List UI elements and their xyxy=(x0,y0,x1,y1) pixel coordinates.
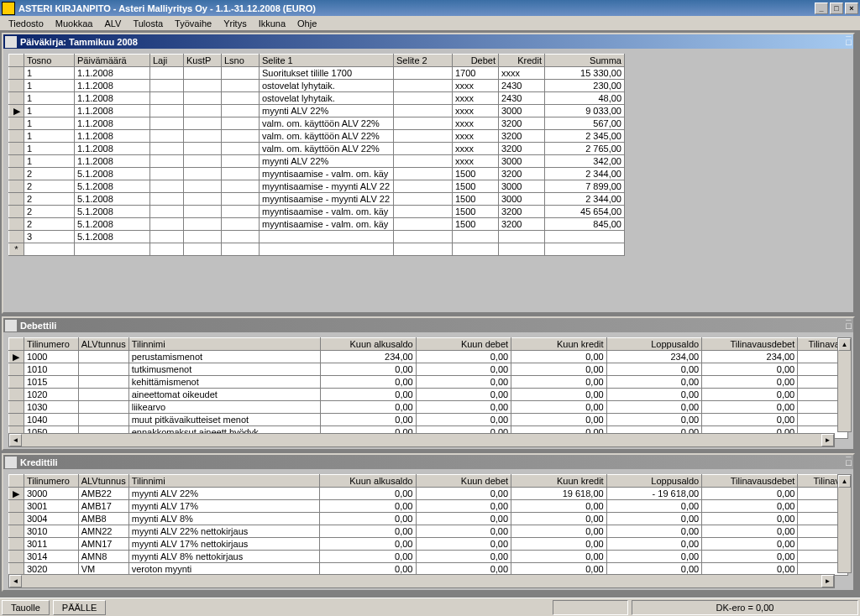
journal-title: Päiväkirja: Tammikuu 2008 xyxy=(20,37,846,47)
debet-titlebar[interactable]: Debettili _ □ × xyxy=(3,318,853,332)
close-button[interactable]: × xyxy=(845,3,858,14)
acct-col-header[interactable]: Kuun kredit xyxy=(511,475,607,488)
table-row[interactable]: 25.1.2008myyntisaamise - valm. om. käy15… xyxy=(9,206,625,218)
acct-col-header[interactable]: Tilinumero xyxy=(24,338,78,351)
acct-col-header[interactable]: Tilinumero xyxy=(24,475,78,488)
acct-col-header[interactable]: Tilinnimi xyxy=(128,475,320,488)
table-row[interactable]: 1010tutkimusmenot0,000,000,000,000,00 xyxy=(9,363,848,376)
acct-col-header[interactable]: Kuun alkusaldo xyxy=(320,338,416,351)
table-row[interactable]: 25.1.2008myyntisaamise - valm. om. käy15… xyxy=(9,168,625,180)
debet-title: Debettili xyxy=(20,321,846,331)
table-row[interactable]: 11.1.2008valm. om. käyttöön ALV 22%xxxx3… xyxy=(9,130,625,143)
menu-yritys[interactable]: Yritys xyxy=(218,17,252,30)
table-row[interactable]: 1015kehittämismenot0,000,000,000,000,00 xyxy=(9,376,848,389)
menu-muokkaa[interactable]: Muokkaa xyxy=(50,17,98,30)
paalle-button[interactable]: PÄÄLLE xyxy=(53,600,107,615)
journal-minimize-button[interactable]: _ xyxy=(846,31,852,37)
tauolle-button[interactable]: Tauolle xyxy=(2,600,50,615)
journal-col-header[interactable]: Summa xyxy=(545,55,625,67)
menu-tiedosto[interactable]: Tiedosto xyxy=(3,17,49,30)
table-row[interactable]: 3004AMB8myynti ALV 8%0,000,000,000,000,0… xyxy=(9,513,848,525)
acct-col-header[interactable]: Kuun debet xyxy=(416,475,511,488)
table-row[interactable]: ▶1000perustamismenot234,000,000,00234,00… xyxy=(9,351,848,363)
journal-col-header[interactable]: KustP xyxy=(184,55,222,67)
kredit-titlebar[interactable]: Kredittili _ □ × xyxy=(3,455,853,469)
journal-col-header[interactable]: Debet xyxy=(453,55,499,67)
table-row[interactable]: 1020aineettomat oikeudet0,000,000,000,00… xyxy=(9,389,848,401)
menu-tyovaihe[interactable]: Työvaihe xyxy=(170,17,217,30)
scroll-right-icon[interactable]: ► xyxy=(821,575,834,587)
kredit-minimize-button[interactable]: _ xyxy=(846,447,852,457)
menu-ohje[interactable]: Ohje xyxy=(292,17,322,30)
journal-table[interactable]: TosnoPäivämääräLajiKustPLsnoSelite 1Seli… xyxy=(8,54,625,256)
acct-col-header[interactable]: Tilinnimi xyxy=(128,338,320,351)
table-row[interactable]: 11.1.2008ostovelat lyhytaik.xxxx243048,0… xyxy=(9,92,625,105)
table-row[interactable]: 1030liikearvo0,000,000,000,000,00 xyxy=(9,401,848,414)
journal-body: TosnoPäivämääräLajiKustPLsnoSelite 1Seli… xyxy=(3,49,853,312)
journal-col-header[interactable]: Laji xyxy=(150,55,184,67)
acct-col-header[interactable]: Tilinavausdebet xyxy=(702,475,798,488)
kredit-maximize-button[interactable]: □ xyxy=(846,457,852,467)
table-row[interactable]: 11.1.2008valm. om. käyttöön ALV 22%xxxx3… xyxy=(9,143,625,155)
kredit-vscroll[interactable]: ▲ xyxy=(837,474,852,573)
debet-window: Debettili _ □ × TilinumeroALVtunnusTilin… xyxy=(2,316,855,451)
app-titlebar: ASTERI KIRJANPITO - Asteri Malliyritys O… xyxy=(0,0,860,16)
menu-alv[interactable]: ALV xyxy=(99,17,126,30)
acct-col-header[interactable]: Loppusaldo xyxy=(606,475,702,488)
acct-col-header[interactable]: Kuun debet xyxy=(416,338,511,351)
journal-col-header[interactable]: Selite 1 xyxy=(260,55,394,67)
debet-maximize-button[interactable]: □ xyxy=(846,321,852,331)
debet-minimize-button[interactable]: _ xyxy=(846,311,852,321)
table-row[interactable]: 11.1.2008myynti ALV 22%xxxx3000342,00 xyxy=(9,155,625,168)
table-row[interactable]: 35.1.2008 xyxy=(9,231,625,243)
table-row[interactable]: 11.1.2008valm. om. käyttöön ALV 22%xxxx3… xyxy=(9,117,625,130)
journal-window-icon xyxy=(5,36,17,48)
table-row[interactable]: 25.1.2008myyntisaamise - valm. om. käy15… xyxy=(9,218,625,231)
kredit-table[interactable]: TilinumeroALVtunnusTilinnimiKuun alkusal… xyxy=(8,474,848,576)
table-row[interactable]: 11.1.2008ostovelat lyhytaik.xxxx2430230,… xyxy=(9,80,625,92)
table-row[interactable]: 3014AMN8myynti ALV 8% nettokirjaus0,000,… xyxy=(9,551,848,563)
status-panel-1 xyxy=(553,600,628,615)
table-row[interactable]: 1040muut pitkävaikutteiset menot0,000,00… xyxy=(9,414,848,426)
scroll-left-icon[interactable]: ◄ xyxy=(9,434,22,446)
acct-col-header[interactable]: Tilinavausdebet xyxy=(702,338,798,351)
scroll-right-icon[interactable]: ► xyxy=(821,434,834,446)
statusbar: Tauolle PÄÄLLE DK-ero = 0,00 xyxy=(0,598,860,616)
journal-col-header[interactable]: Kredit xyxy=(499,55,545,67)
journal-maximize-button[interactable]: □ xyxy=(846,37,852,47)
maximize-button[interactable]: □ xyxy=(830,3,843,14)
table-row[interactable]: 3010AMN22myynti ALV 22% nettokirjaus0,00… xyxy=(9,525,848,538)
debet-window-icon xyxy=(5,320,17,331)
debet-vscroll[interactable]: ▲ xyxy=(837,337,852,432)
debet-table[interactable]: TilinumeroALVtunnusTilinnimiKuun alkusal… xyxy=(8,337,848,439)
scroll-up-icon[interactable]: ▲ xyxy=(838,475,851,488)
journal-col-header[interactable]: Tosno xyxy=(24,55,75,67)
menu-ikkuna[interactable]: Ikkuna xyxy=(254,17,291,30)
table-row[interactable]: 25.1.2008myyntisaamise - myynti ALV 2215… xyxy=(9,180,625,193)
journal-titlebar[interactable]: Päiväkirja: Tammikuu 2008 _ □ × xyxy=(3,34,853,49)
table-row[interactable]: ▶11.1.2008myynti ALV 22%xxxx30009 033,00 xyxy=(9,105,625,117)
acct-col-header[interactable]: Kuun alkusaldo xyxy=(320,475,416,488)
table-row[interactable]: 3001AMB17myynti ALV 17%0,000,000,000,000… xyxy=(9,500,848,513)
minimize-button[interactable]: _ xyxy=(815,3,828,14)
table-row[interactable]: 11.1.2008Suoritukset tilille 17001700xxx… xyxy=(9,67,625,80)
acct-col-header[interactable]: ALVtunnus xyxy=(78,338,128,351)
acct-col-header[interactable]: Loppusaldo xyxy=(606,338,702,351)
journal-col-header[interactable]: Päivämäärä xyxy=(75,55,150,67)
kredit-hscroll[interactable]: ◄ ► xyxy=(8,574,835,588)
table-row[interactable]: * xyxy=(9,243,625,256)
kredit-body: TilinumeroALVtunnusTilinnimiKuun alkusal… xyxy=(3,469,853,590)
debet-hscroll[interactable]: ◄ ► xyxy=(8,433,835,447)
scroll-left-icon[interactable]: ◄ xyxy=(9,575,22,587)
debet-body: TilinumeroALVtunnusTilinnimiKuun alkusal… xyxy=(3,332,853,449)
table-row[interactable]: 25.1.2008myyntisaamise - myynti ALV 2215… xyxy=(9,193,625,206)
menubar: Tiedosto Muokkaa ALV Tulosta Työvaihe Yr… xyxy=(0,16,860,31)
journal-col-header[interactable]: Lsno xyxy=(222,55,260,67)
acct-col-header[interactable]: ALVtunnus xyxy=(78,475,128,488)
table-row[interactable]: ▶3000AMB22myynti ALV 22%0,000,0019 618,0… xyxy=(9,488,848,500)
acct-col-header[interactable]: Kuun kredit xyxy=(511,338,606,351)
table-row[interactable]: 3011AMN17myynti ALV 17% nettokirjaus0,00… xyxy=(9,538,848,551)
journal-col-header[interactable]: Selite 2 xyxy=(394,55,453,67)
scroll-up-icon[interactable]: ▲ xyxy=(838,338,851,351)
menu-tulosta[interactable]: Tulosta xyxy=(128,17,168,30)
